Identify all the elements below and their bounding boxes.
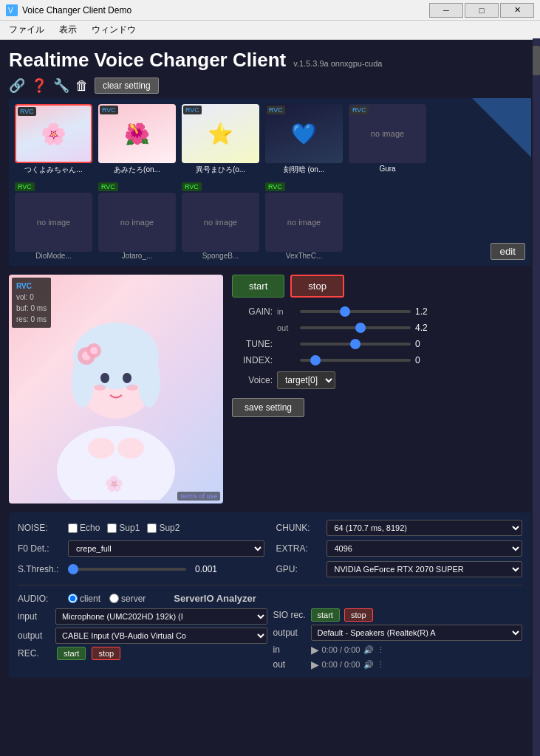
chunk-select[interactable]: 64 (170.7 ms, 8192) 32 (85.3 ms, 4096) 1… — [327, 520, 523, 536]
model-card-3[interactable]: RVC 💙 刻明暗 (on... — [265, 104, 343, 175]
server-radio-label[interactable]: server — [109, 594, 146, 604]
model-card-7[interactable]: RVC no image SpongeB... — [182, 181, 259, 260]
share-icon[interactable]: 🔗 — [9, 78, 25, 94]
scrollbar[interactable] — [533, 38, 540, 756]
params-grid: NOISE: Echo Sup1 Sup2 — [18, 520, 522, 577]
maximize-button[interactable]: □ — [465, 3, 499, 18]
rvc-badge-green-6: RVC — [98, 182, 118, 191]
delete-icon[interactable]: 🗑 — [75, 78, 89, 94]
sio-in-player: ▶ 0:00 / 0:00 🔊 ⋮ — [311, 644, 385, 656]
model-card-5[interactable]: RVC no image DioMode... — [15, 181, 92, 260]
audio-label: AUDIO: — [18, 594, 62, 604]
sio-output-select[interactable]: Default - Speakers (Realtek(R) A — [311, 625, 523, 641]
sio-start-button[interactable]: start — [311, 608, 340, 622]
model-name-1: あみたろ(on... — [98, 165, 176, 175]
gain-in-slider[interactable] — [300, 310, 411, 313]
svg-point-11 — [100, 373, 109, 383]
start-button[interactable]: start — [232, 275, 284, 298]
model-card-0[interactable]: RVC 🌸 つくよみちゃん... — [15, 104, 92, 175]
sio-in-play-btn[interactable]: ▶ — [311, 644, 319, 656]
save-row: save setting — [232, 395, 531, 417]
model-image-1: RVC 🌺 — [98, 104, 176, 163]
audio-input-label: input — [18, 611, 51, 622]
chunk-row: CHUNK: 64 (170.7 ms, 8192) 32 (85.3 ms, … — [276, 520, 523, 536]
title-bar-title: Voice Changer Client Demo — [22, 5, 429, 16]
sthresh-row: S.Thresh.: 0.001 — [18, 561, 264, 577]
tune-slider[interactable] — [300, 343, 411, 346]
echo-checkbox[interactable] — [68, 523, 78, 533]
audio-input-select[interactable]: Microphone (UMC202HD 192k) (I — [55, 608, 267, 625]
echo-label: Echo — [80, 523, 100, 533]
model-name-2: 異号まひろ(o... — [182, 165, 259, 175]
terms-of-use-link[interactable]: terms of use — [177, 492, 220, 501]
voice-vol: vol: 0 — [16, 292, 47, 303]
model-image-2: RVC ⭐ — [182, 104, 259, 163]
menu-bar: ファイル 表示 ウィンドウ — [0, 21, 540, 40]
svg-text:🌸: 🌸 — [105, 475, 123, 492]
help-icon[interactable]: ❓ — [31, 78, 47, 94]
sup1-checkbox[interactable] — [107, 523, 117, 533]
serverio-controls: SIO rec. start stop output Default - Spe… — [273, 608, 523, 670]
sthresh-slider[interactable] — [68, 568, 186, 571]
gpu-row: GPU: NVIDIA GeForce RTX 2070 SUPER — [276, 561, 523, 577]
edit-button[interactable]: edit — [491, 243, 526, 260]
svg-point-14 — [126, 385, 138, 391]
close-button[interactable]: ✕ — [500, 3, 534, 18]
sio-out-more-icon[interactable]: ⋮ — [377, 660, 385, 670]
model-image-7: no image — [182, 193, 259, 252]
sio-out-player: ▶ 0:00 / 0:00 🔊 ⋮ — [311, 659, 385, 670]
start-stop-row: start stop — [232, 275, 531, 298]
gain-out-label: out — [277, 323, 295, 332]
echo-checkbox-label[interactable]: Echo — [68, 523, 100, 533]
audio-output-select[interactable]: CABLE Input (VB-Audio Virtual Co — [55, 628, 267, 644]
sio-output-row: output Default - Speakers (Realtek(R) A — [273, 625, 523, 641]
index-slider[interactable] — [300, 359, 411, 362]
f0det-select[interactable]: crepe_full harvest dio pm — [68, 540, 264, 557]
no-image-label-6: no image — [120, 218, 154, 227]
client-radio[interactable] — [68, 594, 78, 603]
rvc-badge-2: RVC — [183, 106, 202, 114]
server-radio[interactable] — [109, 594, 119, 603]
rec-stop-button[interactable]: stop — [92, 647, 120, 660]
model-card-4[interactable]: RVC no image Gura — [349, 104, 426, 175]
client-radio-label[interactable]: client — [68, 594, 100, 604]
model-card-1[interactable]: RVC 🌺 あみたろ(on... — [98, 104, 176, 175]
serverio-title: ServerIO Analyzer — [174, 593, 256, 604]
scrollbar-thumb[interactable] — [533, 46, 540, 75]
sio-in-more-icon[interactable]: ⋮ — [377, 645, 385, 655]
gpu-label: GPU: — [276, 564, 321, 574]
stop-button[interactable]: stop — [290, 275, 344, 298]
clear-setting-button[interactable]: clear setting — [95, 78, 159, 94]
rec-start-button[interactable]: start — [57, 647, 86, 660]
extra-select[interactable]: 4096 2048 1024 — [327, 540, 523, 557]
rvc-badge-1: RVC — [100, 106, 118, 114]
minimize-button[interactable]: ─ — [429, 3, 463, 18]
voice-select[interactable]: target[0] target[1] target[2] — [277, 371, 335, 389]
model-card-6[interactable]: RVC no image Jotaro_... — [98, 181, 176, 260]
sio-out-play-btn[interactable]: ▶ — [311, 659, 319, 670]
menu-window[interactable]: ウィンドウ — [89, 22, 139, 38]
gpu-select[interactable]: NVIDIA GeForce RTX 2070 SUPER — [327, 561, 523, 577]
svg-text:V: V — [8, 7, 13, 15]
gain-out-slider[interactable] — [300, 326, 411, 329]
voice-buf: buf: 0 ms — [16, 303, 47, 314]
menu-file[interactable]: ファイル — [6, 22, 47, 38]
menu-view[interactable]: 表示 — [56, 22, 80, 38]
sio-stop-button[interactable]: stop — [344, 608, 373, 622]
settings-icon[interactable]: 🔧 — [53, 78, 69, 94]
rvc-badge-green-8: RVC — [265, 182, 285, 191]
sup2-checkbox-label[interactable]: Sup2 — [147, 523, 180, 533]
model-card-8[interactable]: RVC no image VexTheC... — [265, 181, 343, 260]
model-name-7: SpongeB... — [182, 252, 259, 260]
tune-value: 0 — [415, 339, 437, 349]
extra-row: EXTRA: 4096 2048 1024 — [276, 540, 523, 557]
client-label: client — [80, 594, 100, 604]
model-image-0: RVC 🌸 — [15, 104, 92, 163]
models-panel: RVC 🌸 つくよみちゃん... RVC 🌺 あみたろ(on... RVC ⭐ — [9, 98, 531, 266]
sup2-checkbox[interactable] — [147, 523, 157, 533]
sup1-checkbox-label[interactable]: Sup1 — [107, 523, 140, 533]
model-card-2[interactable]: RVC ⭐ 異号まひろ(o... — [182, 104, 259, 175]
save-setting-button[interactable]: save setting — [232, 398, 304, 417]
app-header: Realtime Voice Changer Client v.1.5.3.9a… — [9, 49, 531, 72]
f0det-label: F0 Det.: — [18, 543, 62, 554]
